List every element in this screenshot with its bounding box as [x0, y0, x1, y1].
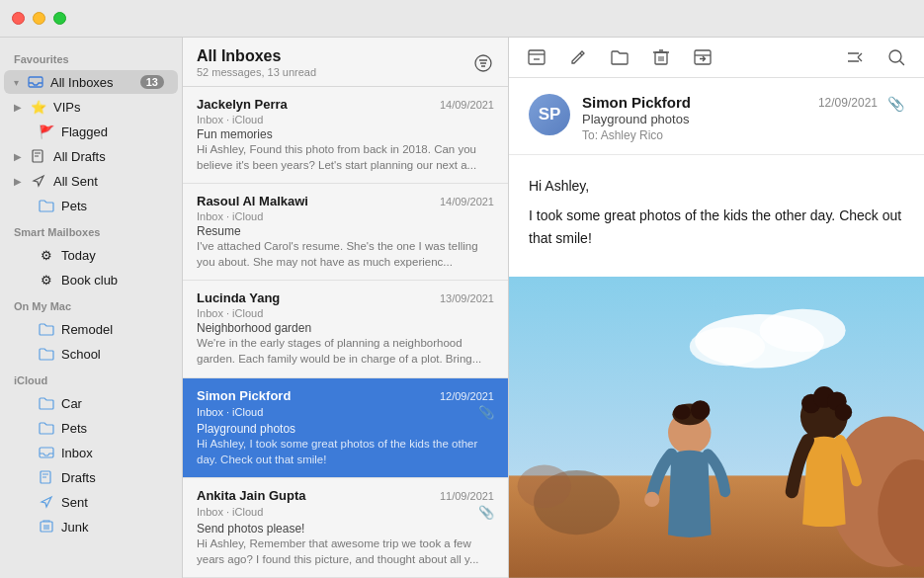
email-sender: Simon Pickford — [197, 388, 440, 403]
section-label-smart: Smart Mailboxes — [0, 218, 182, 242]
email-subject: Send photos please! — [197, 522, 494, 536]
chevron-icon: ▶ — [14, 151, 22, 162]
archive-button[interactable] — [525, 45, 548, 69]
pets-fav-label: Pets — [61, 199, 164, 213]
maximize-button[interactable] — [53, 12, 66, 25]
chevron-icon: ▶ — [14, 102, 22, 113]
detail-body-text: I took some great photos of the kids the… — [529, 205, 904, 249]
email-source: Inbox · iCloud — [197, 307, 263, 319]
email-subject: Playground photos — [197, 422, 494, 436]
remodel-label: Remodel — [61, 322, 164, 337]
sidebar-item-today[interactable]: ⚙ Today — [4, 243, 178, 267]
inbox-icon — [27, 73, 44, 91]
email-source: Inbox · iCloud — [197, 506, 263, 518]
sidebar-item-school[interactable]: School — [4, 342, 178, 366]
today-label: Today — [61, 248, 164, 263]
detail-header: SP Simon Pickford Playground photos To: … — [509, 78, 924, 155]
detail-image — [509, 277, 924, 578]
chevron-icon: ▶ — [14, 176, 22, 187]
email-detail: SP Simon Pickford Playground photos To: … — [509, 38, 924, 578]
email-item-e4[interactable]: Simon Pickford 12/09/2021 Inbox · iCloud… — [183, 378, 508, 478]
sidebar-item-car[interactable]: Car — [4, 391, 178, 415]
star-icon: ⭐ — [30, 98, 47, 116]
svg-rect-6 — [529, 50, 545, 64]
sidebar-item-book-club[interactable]: ⚙ Book club — [4, 268, 178, 291]
email-sender: Ankita Jain Gupta — [197, 488, 440, 503]
svg-rect-8 — [695, 50, 711, 64]
sidebar-item-vips[interactable]: ▶ ⭐ VIPs — [4, 95, 178, 119]
detail-body: Hi Ashley, I took some great photos of t… — [509, 155, 924, 277]
svg-point-28 — [518, 465, 571, 509]
draft-icon — [30, 147, 47, 165]
sender-info: Simon Pickford Playground photos To: Ash… — [582, 94, 806, 142]
minimize-button[interactable] — [33, 12, 45, 25]
search-button[interactable] — [884, 45, 908, 69]
sidebar-section-on-my-mac: On My Mac Remodel School — [0, 292, 182, 366]
email-item-e5[interactable]: Ankita Jain Gupta 11/09/2021 Inbox · iCl… — [183, 478, 508, 578]
close-button[interactable] — [12, 12, 25, 25]
detail-toolbar — [509, 38, 924, 78]
email-preview: I've attached Carol's resume. She's the … — [197, 238, 494, 270]
junk-icon — [38, 518, 55, 536]
sidebar-section-smart: Smart Mailboxes ⚙ Today ⚙ Book club — [0, 218, 182, 291]
email-source: Inbox · iCloud — [197, 114, 263, 125]
email-preview: Hi Ashley, I took some great photos of t… — [197, 436, 494, 467]
email-preview: Hi Ashley, Remember that awesome trip we… — [197, 536, 494, 567]
sidebar-section-icloud: iCloud Car Pets — [0, 367, 182, 538]
chevron-icon: ▾ — [14, 77, 19, 88]
sidebar-item-junk[interactable]: Junk — [4, 515, 178, 538]
vips-label: VIPs — [53, 100, 164, 115]
all-inboxes-badge: 13 — [140, 75, 164, 89]
email-item-e3[interactable]: Lucinda Yang 13/09/2021 Inbox · iCloud N… — [183, 281, 508, 377]
sent-icloud-label: Sent — [61, 495, 164, 510]
email-preview: We're in the early stages of planning a … — [197, 335, 494, 367]
more-button[interactable] — [843, 45, 867, 69]
sidebar-item-remodel[interactable]: Remodel — [4, 317, 178, 341]
avatar-initials: SP — [539, 105, 561, 124]
svg-point-13 — [690, 327, 765, 366]
folder-icon — [38, 345, 55, 363]
sidebar-item-pets-icloud[interactable]: Pets — [4, 416, 178, 440]
folder-move-button[interactable] — [608, 45, 631, 69]
email-date: 13/09/2021 — [440, 292, 494, 304]
sidebar-item-pets-fav[interactable]: Pets — [4, 194, 178, 217]
sidebar-item-sent-icloud[interactable]: Sent — [4, 490, 178, 514]
svg-point-21 — [835, 404, 852, 421]
sender-name: Simon Pickford — [582, 94, 806, 111]
today-icon: ⚙ — [38, 246, 55, 264]
sidebar: Favourites ▾ All Inboxes 13 ▶ ⭐ VIPs — [0, 38, 183, 578]
svg-point-25 — [673, 405, 690, 420]
move-button[interactable] — [691, 45, 714, 69]
inbox-subtitle: 52 messages, 13 unread — [197, 66, 316, 78]
detail-attachment-icon: 📎 — [887, 96, 904, 112]
email-list: All Inboxes 52 messages, 13 unread Jacke… — [183, 38, 509, 578]
folder-icon — [38, 197, 55, 214]
sidebar-item-inbox-icloud[interactable]: Inbox — [4, 441, 178, 464]
compose-button[interactable] — [566, 45, 590, 69]
email-item-e2[interactable]: Rasoul Al Malkawi 14/09/2021 Inbox · iCl… — [183, 184, 508, 281]
email-source: Inbox · iCloud — [197, 210, 263, 222]
detail-date: 12/09/2021 — [818, 96, 878, 110]
filter-button[interactable] — [472, 52, 494, 74]
sent-icon — [30, 172, 47, 190]
trash-button[interactable] — [649, 45, 673, 69]
sidebar-item-drafts-icloud[interactable]: Drafts — [4, 465, 178, 489]
sidebar-item-all-sent[interactable]: ▶ All Sent — [4, 169, 178, 193]
drafts-icloud-label: Drafts — [61, 470, 164, 485]
detail-subject: Playground photos — [582, 112, 806, 126]
svg-point-12 — [760, 309, 846, 353]
section-label-icloud: iCloud — [0, 367, 182, 390]
sidebar-item-all-drafts[interactable]: ▶ All Drafts — [4, 144, 178, 168]
email-date: 14/09/2021 — [440, 196, 494, 207]
section-label-favourites: Favourites — [0, 45, 182, 69]
inbox-title: All Inboxes — [197, 47, 316, 65]
junk-label: Junk — [61, 520, 164, 535]
sidebar-item-all-inboxes[interactable]: ▾ All Inboxes 13 — [4, 70, 178, 94]
email-date: 11/09/2021 — [440, 490, 494, 502]
email-subject: Resume — [197, 224, 494, 238]
email-item-e1[interactable]: Jackelyn Perra 14/09/2021 Inbox · iCloud… — [183, 87, 508, 184]
section-label-on-my-mac: On My Mac — [0, 292, 182, 316]
bookclub-icon: ⚙ — [38, 271, 55, 289]
sidebar-item-flagged[interactable]: 🚩 Flagged — [4, 120, 178, 143]
detail-to: To: Ashley Rico — [582, 128, 806, 142]
